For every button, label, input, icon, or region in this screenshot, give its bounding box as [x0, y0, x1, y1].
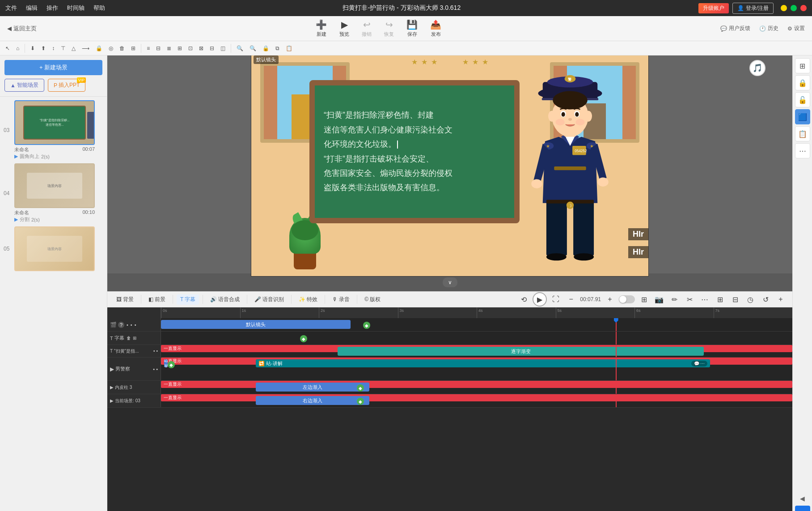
right-panel-collapse[interactable]: ◀: [796, 493, 809, 504]
rp-color-button[interactable]: 🟦: [795, 109, 810, 124]
stb-align-top[interactable]: ⊤: [58, 44, 68, 52]
stb-distribute[interactable]: ⊞: [175, 44, 185, 52]
menu-operate[interactable]: 操作: [47, 4, 58, 12]
stb-group[interactable]: ◎: [106, 44, 116, 52]
new-button[interactable]: ➕ 新建: [316, 19, 327, 38]
layer-fg-button[interactable]: ◧ 前景: [145, 294, 169, 305]
stb-copy[interactable]: ⧉: [273, 44, 282, 52]
police-track[interactable]: 右边渐入 ◆ 🔁 站-讲解: [161, 358, 792, 380]
add-frame-button[interactable]: +: [774, 293, 787, 306]
settings-button[interactable]: ⚙ 设置: [787, 25, 805, 32]
police-enter-clip[interactable]: 右边渐入: [164, 359, 168, 367]
stb-more1[interactable]: ⊞: [128, 44, 138, 52]
stb-more5[interactable]: ◫: [218, 44, 228, 52]
reverse-button[interactable]: ↺: [759, 293, 772, 306]
back-to-start-button[interactable]: ⟲: [517, 293, 530, 306]
stb-align-center[interactable]: ⊟: [153, 44, 163, 52]
scene-enter-clip[interactable]: 右边渐入: [256, 396, 369, 405]
rp-clipboard-button[interactable]: 📋: [795, 126, 810, 141]
new-scene-button[interactable]: + 新建场景: [4, 60, 102, 75]
publish-button[interactable]: 📤 发布: [430, 19, 441, 38]
collapse-timeline-button[interactable]: ∨: [443, 277, 457, 287]
layer-voice-synth-button[interactable]: 🔊 语音合成: [207, 294, 243, 305]
menu-file[interactable]: 文件: [5, 4, 17, 12]
stb-align-down[interactable]: ⬇: [28, 44, 38, 52]
layer-copyright-button[interactable]: © 版权: [361, 294, 384, 305]
edit-button[interactable]: ✏: [668, 293, 681, 306]
inner-col3-enter-clip[interactable]: 左边渐入: [256, 383, 369, 392]
rp-unlock-button[interactable]: 🔓: [795, 92, 810, 107]
scene-thumb-04[interactable]: 场景内容: [14, 163, 95, 208]
login-button[interactable]: 👤 登录/注册: [732, 3, 774, 14]
insert-ppt-button[interactable]: P 插入PPT VIP: [48, 79, 85, 92]
fullscreen-button[interactable]: ⛶: [550, 293, 562, 306]
stb-delete[interactable]: 🗑: [117, 44, 127, 52]
police-action-clip[interactable]: 🔁 站-讲解 💬 ⋯: [256, 359, 710, 367]
stb-lock2[interactable]: 🔒: [260, 44, 272, 52]
inner-col3-track[interactable]: 左边渐入 ◆ 一直显示: [161, 381, 792, 394]
layer-bg-button[interactable]: 🖼 背景: [113, 294, 137, 305]
stb-path[interactable]: ⟶: [79, 44, 92, 52]
maximize-button[interactable]: [791, 5, 797, 11]
merge-button[interactable]: ⊟: [729, 293, 741, 306]
scene-item-04[interactable]: 04 场景内容 未命名 00:10 ▶: [4, 163, 103, 223]
scene-thumb-05[interactable]: 场景内容: [14, 226, 95, 271]
inner-keyframe[interactable]: ◆: [357, 384, 364, 392]
menu-help[interactable]: 帮助: [93, 4, 105, 12]
subtitle-keyframe[interactable]: ◆: [300, 335, 307, 342]
toggle-switch[interactable]: [619, 295, 635, 303]
stb-more3[interactable]: ⊠: [196, 44, 206, 52]
zoom-out-transport[interactable]: −: [565, 293, 577, 306]
speed-button[interactable]: ◷: [744, 293, 757, 306]
stb-more2[interactable]: ⊡: [186, 44, 195, 52]
smart-scene-button[interactable]: ▲ 智能场景: [4, 79, 44, 92]
stb-home[interactable]: ⌂: [13, 44, 22, 52]
save-button[interactable]: 💾 保存: [406, 19, 418, 38]
keyframe-diamond[interactable]: ◆: [363, 322, 370, 329]
rp-lock-button[interactable]: 🔒: [795, 75, 810, 90]
rp-grid-button[interactable]: ⊞: [795, 58, 810, 73]
layer-record-button[interactable]: 🎙 录音: [329, 294, 353, 305]
split-button[interactable]: ⊞: [714, 293, 726, 306]
scene-keyframe[interactable]: ◆: [357, 398, 364, 405]
stb-align-left[interactable]: ≡: [144, 44, 152, 52]
music-button[interactable]: 🎵: [749, 60, 765, 76]
camera-snap-button[interactable]: 📷: [653, 293, 665, 306]
redo-button[interactable]: ↪ 恢复: [384, 19, 394, 38]
subtitle-track[interactable]: ◆: [161, 332, 792, 345]
clip-button[interactable]: ✂: [683, 293, 696, 306]
layer-voice-recog-button[interactable]: 🎤 语音识别: [251, 294, 288, 305]
undo-button[interactable]: ↩ 撤销: [362, 19, 372, 38]
stb-lock[interactable]: 🔒: [93, 44, 105, 52]
layer-effects-button[interactable]: ✨ 特效: [295, 294, 321, 305]
rp-more-button[interactable]: ⋯: [795, 143, 810, 158]
scene-item-05[interactable]: 05 场景内容: [4, 226, 103, 271]
stb-paste[interactable]: 📋: [283, 44, 295, 52]
scene-info-track[interactable]: 右边渐入 ◆ 一直显示: [161, 394, 792, 407]
blackboard[interactable]: “扫黄”是指扫除淫秽色情、封建 迷信等危害人们身心健康污染社会文 化环境的文化垃…: [309, 80, 520, 223]
stb-zoom-out[interactable]: 🔍: [247, 44, 259, 52]
camera-clip-main[interactable]: 默认镜头: [161, 320, 351, 329]
back-home-button[interactable]: ◀ 返回主页: [7, 25, 37, 33]
rp-bottom-action[interactable]: ⊟: [795, 506, 810, 511]
stb-transform[interactable]: △: [69, 44, 78, 52]
stb-zoom-in[interactable]: 🔍: [234, 44, 246, 52]
subtitle-text-track[interactable]: 逐字渐变 一直显示: [161, 345, 792, 357]
close-button[interactable]: [800, 5, 807, 11]
stb-align-up[interactable]: ⬆: [38, 44, 48, 52]
police-keyframe[interactable]: ◆: [168, 361, 175, 368]
stb-align-vert[interactable]: ↕: [49, 44, 57, 52]
camera-track[interactable]: 默认镜头 ◆: [161, 318, 792, 331]
preview-button[interactable]: ▶ 预览: [339, 19, 349, 38]
zoom-in-transport[interactable]: +: [604, 293, 616, 306]
menu-edit[interactable]: 编辑: [26, 4, 38, 12]
stb-select[interactable]: ↖: [3, 44, 13, 52]
feedback-button[interactable]: 💬 用户反馈: [720, 25, 750, 32]
subtitle-text-clip[interactable]: 逐字渐变: [338, 347, 704, 356]
stb-more4[interactable]: ⊟: [207, 44, 217, 52]
stb-align-right[interactable]: ≣: [164, 44, 174, 52]
snap-button[interactable]: ⊞: [638, 293, 650, 306]
play-button[interactable]: ▶: [533, 292, 547, 307]
menu-timeline[interactable]: 时间轴: [67, 4, 85, 12]
more-button[interactable]: ⋯: [698, 293, 711, 306]
